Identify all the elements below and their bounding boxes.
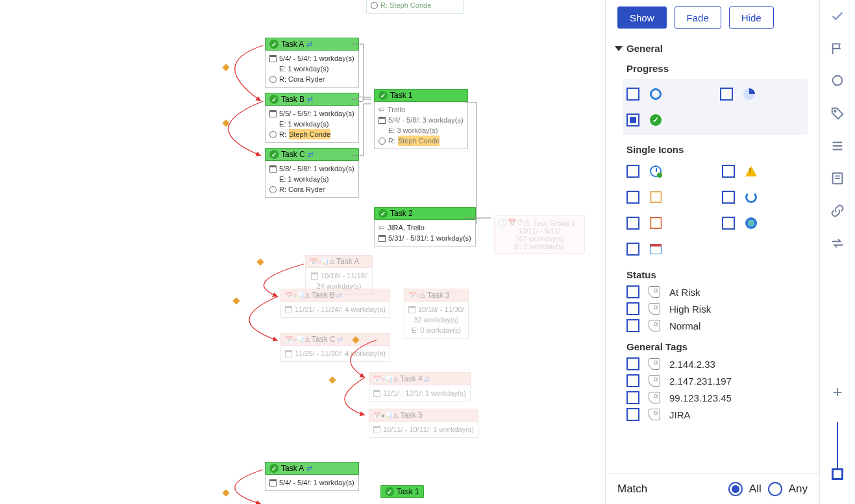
task-dates: 5/4/ - 5/8/: 3 workday(s) (388, 115, 464, 125)
tag-checkbox[interactable] (626, 408, 639, 421)
task-dates: 5/4/ - 5/4/: 1 workday(s) (279, 477, 354, 488)
tag-checkbox[interactable] (626, 391, 639, 404)
tag-checkbox[interactable] (626, 374, 639, 387)
task-node-faded-4[interactable]: 📅○📊⚠Task 4 ⇄ 12/1/ - 12/1/: 1 workday(s) (369, 372, 471, 402)
progress-checkbox-empty[interactable] (626, 88, 639, 101)
filter-scroll-area[interactable]: General Progress ✓ Single Icons St (606, 38, 819, 474)
show-button[interactable]: Show (617, 6, 667, 29)
single-icons-heading: Single Icons (626, 144, 808, 155)
progress-heading: Progress (626, 63, 808, 74)
task-title: Task A (281, 40, 304, 49)
diagram-canvas[interactable]: R: Steph Conde ✓Task A ⇄ 5/4/ - 5/4/: 1 … (0, 0, 606, 504)
sync-icon: ⇄ (306, 40, 312, 49)
status-row-highrisk[interactable]: High Risk (626, 302, 808, 315)
match-all-radio[interactable] (728, 482, 743, 496)
status-checkbox[interactable] (626, 319, 639, 332)
tag-checkbox[interactable] (626, 357, 639, 370)
person-icon (371, 2, 378, 9)
flag-tool-icon[interactable] (829, 40, 846, 57)
tag-row[interactable]: 2.147.231.197 (626, 374, 808, 387)
task-node-faded-5[interactable]: 📅●📊⚠Task 5 10/11/ - 10/11/: 1 workday(s) (369, 409, 478, 438)
task-title: Task C (312, 335, 336, 344)
icon-checkbox-clock[interactable] (626, 165, 639, 178)
task-node-a2[interactable]: ✓Task A ⇄ 5/4/ - 5/4/: 1 workday(s) (265, 462, 359, 491)
chat-tool-icon[interactable] (829, 73, 846, 90)
task-node-b[interactable]: ✓Task B ⇄ 5/5/ - 5/5/: 1 workday(s) E: 1… (265, 93, 359, 143)
icon-checkbox-warning[interactable] (722, 165, 735, 178)
person-icon (269, 131, 277, 138)
match-any-radio[interactable] (768, 482, 782, 496)
task-node-1b[interactable]: ✓Task 1 (380, 485, 424, 498)
tag-row[interactable]: 2.144.2.33 (626, 357, 808, 370)
anchor-icon (222, 489, 229, 496)
status-label: At Risk (669, 287, 700, 298)
task-node-faded-c[interactable]: 📅○📊⚠Task C ⇄ 11/25/ - 11/30/: 4 workday(… (280, 333, 390, 362)
match-any-label: Any (789, 483, 808, 496)
progress-complete-icon: ✓ (650, 114, 662, 126)
tags-heading: General Tags (626, 341, 808, 352)
task-dates: 10/18/ - 11/18/ (321, 270, 367, 281)
tag-label: 99.123.123.45 (669, 392, 732, 403)
tag-row[interactable]: 99.123.123.45 (626, 391, 808, 404)
progress-checkbox-partial[interactable] (720, 88, 733, 101)
progress-checkbox-full[interactable] (626, 114, 639, 126)
list-tool-icon[interactable] (829, 138, 846, 154)
date-icon (650, 244, 662, 254)
icon-checkbox-graph[interactable] (626, 217, 639, 230)
hide-button[interactable]: Hide (729, 6, 774, 29)
check-icon: ✓ (378, 91, 388, 100)
group-title: Task Group 1 (533, 219, 575, 227)
match-label: Match (617, 483, 647, 496)
icon-checkbox-chart[interactable] (626, 191, 639, 204)
check-tool-icon[interactable] (829, 8, 846, 25)
task-title: Task 4 (400, 374, 423, 383)
anchor-icon (232, 297, 240, 304)
task-title: Task 2 (390, 209, 413, 218)
sync-icon: ⇄ (337, 335, 343, 344)
task-node-1[interactable]: ✓Task 1 🏷Trello 5/4/ - 5/8/: 3 workday(s… (374, 89, 468, 149)
task-node-faded-b[interactable]: 📅○📊⚠Task B ⇄ 11/21/ - 11/24/: 4 workday(… (280, 289, 390, 318)
tag-icon (649, 320, 660, 331)
task-dates: 12/1/ - 12/1/: 1 workday(s) (383, 388, 466, 398)
tag-tool-icon[interactable] (829, 105, 846, 122)
note-tool-icon[interactable] (829, 170, 846, 187)
section-label: General (626, 43, 663, 54)
calendar-icon (311, 272, 318, 280)
transfer-tool-icon[interactable] (829, 235, 846, 252)
anchor-icon (256, 258, 264, 265)
status-checkbox[interactable] (626, 302, 639, 315)
task-dates: 5/4/ - 5/4/: 1 workday(s) (279, 53, 354, 64)
task-node-faded-3[interactable]: 📅○⚠Task 3 10/18/ - 11/30/ 32 workday(s) … (404, 289, 469, 339)
check-icon: ✓ (385, 487, 394, 496)
tag-icon (649, 303, 660, 315)
filter-panel: Show Fade Hide General Progress ✓ Single… (606, 0, 820, 504)
svg-point-1 (833, 76, 843, 86)
check-icon: ✓ (269, 40, 279, 49)
task-node-a[interactable]: ✓Task A ⇄ 5/4/ - 5/4/: 1 workday(s) E: 1… (265, 38, 359, 88)
section-general[interactable]: General (615, 43, 808, 54)
zoom-slider[interactable] (837, 422, 838, 477)
fade-button[interactable]: Fade (675, 6, 721, 29)
task-resource: R: Cora Ryder (279, 184, 325, 195)
status-row-normal[interactable]: Normal (626, 319, 808, 332)
zoom-in-button[interactable]: + (829, 383, 846, 400)
right-toolbar: + (820, 0, 855, 504)
tag-row[interactable]: JIRA (626, 408, 808, 421)
task-title: Task 1 (397, 487, 419, 496)
icon-checkbox-date[interactable] (626, 243, 639, 256)
task-node-2[interactable]: ✓Task 2 🏷JIRA, Trello 5/31/ - 5/31/: 1 w… (374, 207, 476, 246)
anchor-icon (222, 119, 229, 126)
task-title: Task B (312, 291, 335, 300)
task-resource: R: Cora Ryder (279, 74, 325, 84)
status-checkbox[interactable] (626, 285, 639, 298)
task-group-node[interactable]: 🕐📅⏱⚠Task Group 1 10/11/ - 5/11/ 167 work… (494, 215, 585, 254)
status-row-atrisk[interactable]: At Risk (626, 285, 808, 298)
calendar-icon (269, 55, 277, 62)
link-tool-icon[interactable] (829, 202, 846, 219)
tag-icon (649, 358, 660, 370)
task-node-c[interactable]: ✓Task C ⇄ 5/8/ - 5/8/: 1 workday(s) E: 1… (265, 148, 359, 198)
task-resource: R: (279, 129, 286, 139)
icon-checkbox-timer[interactable] (722, 191, 735, 204)
icon-checkbox-globe[interactable] (722, 217, 735, 230)
zoom-slider-thumb[interactable] (832, 468, 843, 480)
